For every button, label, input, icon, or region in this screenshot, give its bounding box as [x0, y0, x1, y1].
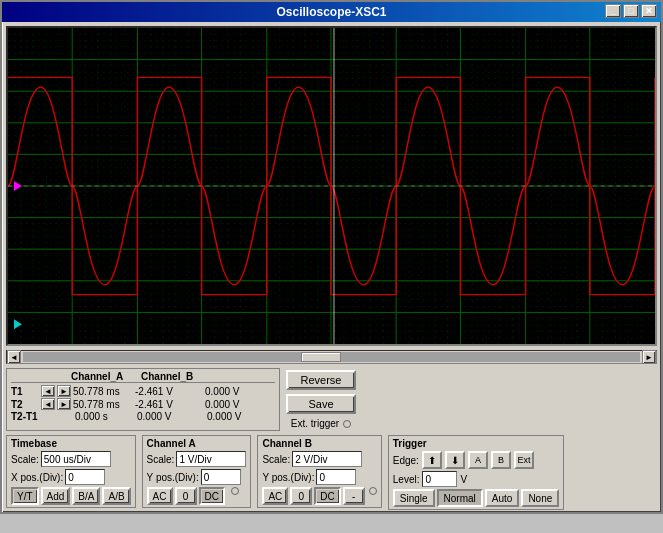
t2-label: T2	[11, 399, 39, 410]
channelB-buttons: AC 0 DC -	[262, 487, 376, 505]
t2-values: 50.778 ms -2.461 V 0.000 V	[73, 399, 273, 410]
trigger-falling-button[interactable]: ⬇	[445, 451, 465, 469]
scroll-right-button[interactable]: ►	[642, 350, 656, 364]
t1-label: T1	[11, 386, 39, 397]
channelB-group: Channel B Scale: Y pos.(Div): AC 0 DC -	[257, 435, 381, 508]
channelB-ypos-input[interactable]	[316, 469, 356, 485]
t1-chA: -2.461 V	[133, 386, 203, 397]
channelA-scale-row: Scale:	[147, 451, 247, 467]
measurements-header: Channel_A Channel_B	[11, 371, 275, 383]
title-bar-buttons: _ □ ✕	[605, 4, 657, 18]
title-bar: Oscilloscope-XSC1 _ □ ✕	[2, 2, 661, 22]
timebase-ab-button[interactable]: A/B	[102, 487, 130, 505]
channelA-indicator	[231, 487, 239, 495]
trigger-edge-row: Edge: ⬆ ⬇ A B Ext	[393, 451, 560, 469]
reverse-save-area: Reverse Save Ext. trigger	[284, 368, 358, 431]
channelA-buttons: AC 0 DC	[147, 487, 247, 505]
t2-chB: 0.000 V	[203, 399, 273, 410]
ext-trigger-indicator[interactable]	[343, 420, 351, 428]
trigger-mode-row: Single Normal Auto None	[393, 489, 560, 507]
timebase-buttons: Y/T Add B/A A/B	[11, 487, 131, 505]
channelB-title: Channel B	[262, 438, 376, 449]
channelB-indicator	[369, 487, 377, 495]
t2-chA: -2.461 V	[133, 399, 203, 410]
channelA-group: Channel A Scale: Y pos.(Div): AC 0 DC	[142, 435, 252, 508]
t2-time: 50.778 ms	[73, 399, 133, 410]
scroll-track[interactable]	[23, 352, 640, 362]
minimize-button[interactable]: _	[605, 4, 621, 18]
channelA-title: Channel A	[147, 438, 247, 449]
maximize-button[interactable]: □	[623, 4, 639, 18]
trigger-normal-button[interactable]: Normal	[437, 489, 483, 507]
trigger-group: Trigger Edge: ⬆ ⬇ A B Ext Level: V Singl…	[388, 435, 565, 510]
trigger-level-row: Level: V	[393, 471, 560, 487]
channelA-ypos-input[interactable]	[201, 469, 241, 485]
channelA-zero-button[interactable]: 0	[175, 487, 197, 505]
ext-trigger-row: Ext. trigger	[291, 418, 351, 429]
channelA-ypos-row: Y pos.(Div):	[147, 469, 247, 485]
t1-left-button[interactable]: ◄	[41, 385, 55, 397]
channelB-dc-button[interactable]: DC	[314, 487, 340, 505]
timebase-scale-input[interactable]	[41, 451, 111, 467]
t2t1-values: 0.000 s 0.000 V 0.000 V	[75, 411, 275, 422]
timebase-xpos-row: X pos.(Div):	[11, 469, 131, 485]
t1-time: 50.778 ms	[73, 386, 133, 397]
timebase-xpos-label: X pos.(Div):	[11, 472, 63, 483]
t2-left-button[interactable]: ◄	[41, 398, 55, 410]
t2t1-row: T2-T1 0.000 s 0.000 V 0.000 V	[11, 411, 275, 422]
channelB-ac-button[interactable]: AC	[262, 487, 288, 505]
channelB-ypos-label: Y pos.(Div):	[262, 472, 314, 483]
t2t1-chB: 0.000 V	[205, 411, 275, 422]
trigger-level-unit: V	[460, 474, 467, 485]
channelB-zero-button[interactable]: 0	[290, 487, 312, 505]
timebase-yt-button[interactable]: Y/T	[11, 487, 39, 505]
trigger-level-input[interactable]	[422, 471, 457, 487]
close-button[interactable]: ✕	[641, 4, 657, 18]
trigger-none-button[interactable]: None	[521, 489, 559, 507]
trigger-edge-label: Edge:	[393, 455, 419, 466]
trigger-rising-button[interactable]: ⬆	[422, 451, 442, 469]
channelB-scale-label: Scale:	[262, 454, 290, 465]
timebase-title: Timebase	[11, 438, 131, 449]
scroll-left-button[interactable]: ◄	[7, 350, 21, 364]
channelB-scale-row: Scale:	[262, 451, 376, 467]
channelB-minus-button[interactable]: -	[343, 487, 365, 505]
t2t1-chA: 0.000 V	[135, 411, 205, 422]
t1-right-button[interactable]: ►	[57, 385, 71, 397]
channelA-ac-button[interactable]: AC	[147, 487, 173, 505]
t1-chB: 0.000 V	[203, 386, 273, 397]
horizontal-scrollbar[interactable]: ◄ ►	[6, 350, 657, 364]
scroll-thumb[interactable]	[301, 352, 341, 362]
channelA-scale-input[interactable]	[176, 451, 246, 467]
t2-right-button[interactable]: ►	[57, 398, 71, 410]
svg-marker-101	[14, 319, 22, 329]
trigger-level-label: Level:	[393, 474, 420, 485]
timebase-scale-row: Scale:	[11, 451, 131, 467]
trigger-ext-button[interactable]: Ext	[514, 451, 534, 469]
timebase-xpos-input[interactable]	[65, 469, 105, 485]
controls-row1: Channel_A Channel_B T1 ◄ ► 50.778 ms -2.…	[2, 366, 661, 433]
channelA-dc-button[interactable]: DC	[199, 487, 225, 505]
t1-row: T1 ◄ ► 50.778 ms -2.461 V 0.000 V	[11, 385, 275, 397]
channelB-scale-input[interactable]	[292, 451, 362, 467]
window-title: Oscilloscope-XSC1	[276, 5, 386, 19]
t2-row: T2 ◄ ► 50.778 ms -2.461 V 0.000 V	[11, 398, 275, 410]
channelA-scale-label: Scale:	[147, 454, 175, 465]
waveform-display	[8, 28, 655, 344]
trigger-title: Trigger	[393, 438, 560, 449]
save-button[interactable]: Save	[286, 394, 356, 414]
reverse-button[interactable]: Reverse	[286, 370, 356, 390]
t1-values: 50.778 ms -2.461 V 0.000 V	[73, 386, 273, 397]
timebase-add-button[interactable]: Add	[41, 487, 71, 505]
trigger-a-button[interactable]: A	[468, 451, 488, 469]
time-header	[11, 371, 71, 382]
trigger-single-button[interactable]: Single	[393, 489, 435, 507]
oscilloscope-window: Oscilloscope-XSC1 _ □ ✕	[0, 0, 663, 514]
t2t1-label: T2-T1	[11, 411, 39, 422]
bottom-controls: Timebase Scale: X pos.(Div): Y/T Add B/A…	[2, 433, 661, 512]
timebase-ba-button[interactable]: B/A	[72, 487, 100, 505]
channelA-ypos-label: Y pos.(Div):	[147, 472, 199, 483]
trigger-b-button[interactable]: B	[491, 451, 511, 469]
trigger-auto-button[interactable]: Auto	[485, 489, 520, 507]
measurements-box: Channel_A Channel_B T1 ◄ ► 50.778 ms -2.…	[6, 368, 280, 431]
